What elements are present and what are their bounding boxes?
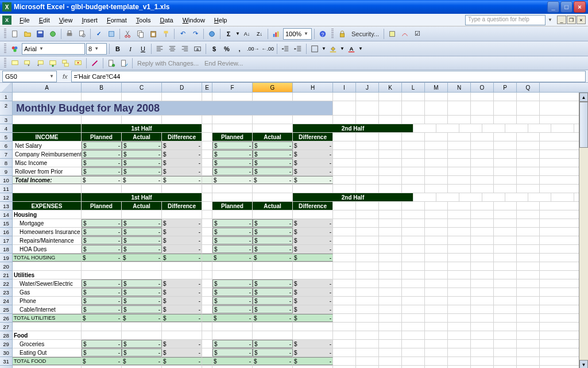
autosum-button[interactable]: Σ (223, 28, 234, 40)
decrease-decimal-button[interactable]: ←.00 (261, 43, 275, 55)
menu-window[interactable]: Window (178, 16, 210, 25)
close-button[interactable]: × (574, 1, 586, 13)
fx-icon[interactable]: fx (59, 73, 71, 80)
row-header-16[interactable]: 16 (0, 228, 13, 236)
row-header-11[interactable]: 11 (0, 185, 13, 193)
col-header-D[interactable]: D (162, 83, 202, 92)
open-button[interactable] (22, 28, 33, 40)
row-header-32[interactable]: 32 (0, 366, 13, 368)
cells-area[interactable]: Monthly Budget for May 20081st Half2nd H… (13, 93, 579, 368)
show-ink-button[interactable] (89, 57, 100, 69)
print-button[interactable] (64, 28, 75, 40)
col-header-O[interactable]: O (471, 83, 494, 92)
col-header-I[interactable]: I (333, 83, 356, 92)
row-header-1[interactable]: 1 (0, 93, 13, 101)
col-header-G[interactable]: G (253, 83, 293, 92)
scroll-up-button[interactable]: ▲ (579, 93, 588, 102)
increase-decimal-button[interactable]: .00→ (246, 43, 260, 55)
col-header-J[interactable]: J (356, 83, 379, 92)
cut-button[interactable] (122, 28, 134, 40)
row-header-25[interactable]: 25 (0, 305, 13, 314)
row-header-22[interactable]: 22 (0, 279, 13, 288)
row-header-26[interactable]: 26 (0, 314, 13, 323)
toolbar-handle[interactable] (4, 29, 6, 39)
print-preview-button[interactable] (76, 28, 88, 40)
row-header-8[interactable]: 8 (0, 159, 13, 167)
col-header-C[interactable]: C (122, 83, 162, 92)
research-button[interactable] (106, 28, 117, 40)
toolbar-handle[interactable] (4, 58, 6, 68)
align-right-button[interactable] (179, 43, 191, 55)
col-header-K[interactable]: K (379, 83, 402, 92)
row-header-12[interactable]: 12 (0, 193, 13, 202)
font-size-combo[interactable]: 8▼ (86, 43, 107, 55)
next-comment-button[interactable] (34, 57, 46, 69)
sort-desc-button[interactable]: Z↓ (254, 28, 265, 40)
doc-restore-button[interactable]: ❐ (567, 16, 576, 24)
format-painter-button[interactable] (160, 28, 172, 40)
underline-button[interactable]: U (137, 43, 149, 55)
font-combo[interactable]: Arial▼ (22, 43, 85, 55)
col-header-B[interactable]: B (82, 83, 122, 92)
row-header-23[interactable]: 23 (0, 288, 13, 297)
minimize-button[interactable]: _ (547, 1, 559, 13)
col-header-Q[interactable]: Q (517, 83, 540, 92)
col-header-F[interactable]: F (212, 83, 253, 92)
permission-button[interactable] (47, 28, 59, 40)
formula-input[interactable]: ='Hair Care'!C44 (71, 71, 586, 82)
fill-color-button[interactable] (327, 43, 339, 55)
align-center-button[interactable] (167, 43, 178, 55)
row-header-14[interactable]: 14 (0, 210, 13, 219)
menu-help[interactable]: Help (210, 16, 232, 25)
row-header-20[interactable]: 20 (0, 262, 13, 271)
accept-change-button[interactable] (118, 57, 130, 69)
borders-button[interactable] (309, 43, 320, 55)
row-header-3[interactable]: 3 (0, 116, 13, 124)
new-comment-button[interactable] (9, 57, 21, 69)
copy-button[interactable] (135, 28, 146, 40)
help-button[interactable]: ? (317, 28, 328, 40)
prev-comment-button[interactable] (22, 57, 33, 69)
paste-button[interactable] (148, 28, 159, 40)
doc-minimize-button[interactable]: _ (557, 16, 566, 24)
maximize-button[interactable]: □ (560, 1, 572, 13)
percent-button[interactable]: % (221, 43, 233, 55)
macro-security-button[interactable] (386, 28, 398, 40)
row-header-15[interactable]: 15 (0, 219, 13, 228)
row-header-9[interactable]: 9 (0, 167, 13, 176)
comma-button[interactable]: , (234, 43, 245, 55)
help-search-input[interactable]: Type a question for help (465, 15, 546, 25)
row-header-30[interactable]: 30 (0, 348, 13, 357)
scroll-thumb[interactable] (579, 102, 588, 148)
align-left-button[interactable] (154, 43, 165, 55)
delete-comment-button[interactable] (72, 57, 84, 69)
col-header-P[interactable]: P (494, 83, 517, 92)
show-comment-button[interactable] (47, 57, 59, 69)
toolbar-handle[interactable] (331, 29, 334, 39)
doc-close-button[interactable]: × (577, 16, 586, 24)
sign-button[interactable] (399, 28, 411, 40)
security-icon[interactable] (336, 28, 348, 40)
menu-insert[interactable]: Insert (77, 16, 102, 25)
col-header-H[interactable]: H (293, 83, 333, 92)
decrease-indent-button[interactable] (280, 43, 291, 55)
menu-edit[interactable]: Edit (34, 16, 55, 25)
row-header-21[interactable]: 21 (0, 271, 13, 279)
col-header-N[interactable]: N (448, 83, 471, 92)
row-header-19[interactable]: 19 (0, 254, 13, 262)
select-all-corner[interactable] (0, 83, 13, 92)
row-header-31[interactable]: 31 (0, 357, 13, 366)
undo-button[interactable]: ↶ (177, 28, 188, 40)
row-header-5[interactable]: 5 (0, 133, 13, 141)
menu-format[interactable]: Format (102, 16, 131, 25)
menu-file[interactable]: File (15, 16, 34, 25)
row-header-10[interactable]: 10 (0, 176, 13, 185)
redo-button[interactable]: ↷ (189, 28, 201, 40)
col-header-E[interactable]: E (202, 83, 212, 92)
menu-view[interactable]: View (55, 16, 78, 25)
col-header-L[interactable]: L (402, 83, 425, 92)
font-color-icon[interactable] (9, 43, 21, 55)
row-header-6[interactable]: 6 (0, 141, 13, 150)
new-button[interactable] (9, 28, 21, 40)
spelling-button[interactable]: ✓ (93, 28, 105, 40)
